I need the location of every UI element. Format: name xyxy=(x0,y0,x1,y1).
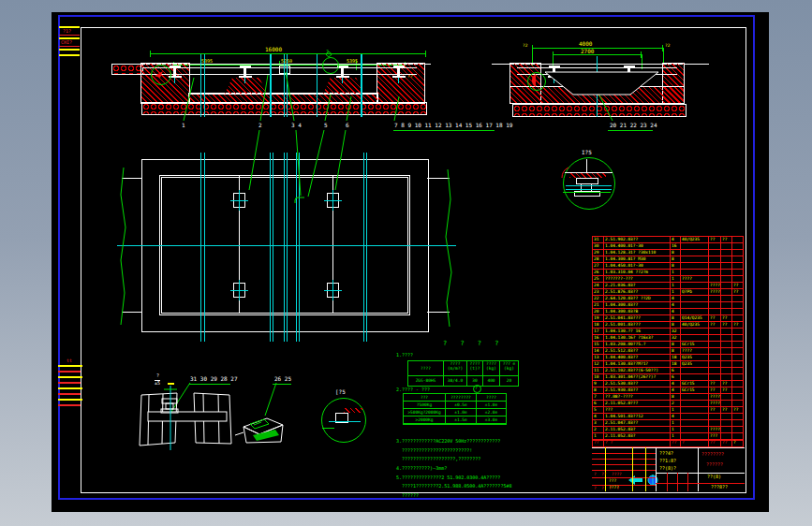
bom-unit-weight xyxy=(709,361,721,367)
stamp-bar xyxy=(59,46,80,47)
bom-code: 1.03.208.00??5.? xyxy=(604,342,671,347)
bom-total-weight xyxy=(721,394,732,400)
bom-code: 2.51.047.03?? xyxy=(604,420,671,426)
doc-number-line: ???4? xyxy=(659,451,673,456)
bom-unit-weight xyxy=(709,335,721,341)
bom-no: 22 xyxy=(593,296,604,301)
bom-material: Q235 xyxy=(681,361,709,367)
bom-code: 2.11.052.03? xyxy=(604,427,671,432)
bom-code: ??? xyxy=(604,407,671,413)
tol-cell: ?500Kg xyxy=(404,402,446,409)
table-row: 10 1.03.301.04??(26??)? 6 xyxy=(593,374,743,381)
title-block-line xyxy=(592,447,745,448)
table-row: 15 1.03.208.00??5.? 8 GCr15 xyxy=(593,342,743,348)
section-cut-line xyxy=(366,153,367,342)
bom-total-weight xyxy=(721,276,732,282)
detail-centerline xyxy=(566,189,612,190)
bom-code: 2.51.930.03?? xyxy=(604,387,671,393)
bom-remark xyxy=(732,315,743,321)
bom-unit-weight xyxy=(709,368,721,373)
drawing-sheet-canvas[interactable]: ?1? CHI? tt 16000 5395 5250 5395 ?? xyxy=(52,12,769,512)
bom-no: 6 xyxy=(593,401,604,406)
bom-material: GCr15 xyxy=(681,342,709,347)
bom-total-weight xyxy=(721,374,732,380)
bom-remark xyxy=(732,420,743,426)
section-cut-line xyxy=(363,153,364,342)
bom-material xyxy=(681,407,709,413)
bom-remark xyxy=(732,302,743,308)
table-row: 5 ??? 1 ?? ?? ?? xyxy=(593,407,743,414)
bom-code: 2.51.876.03?? xyxy=(604,289,671,295)
bom-material xyxy=(681,309,709,314)
bom-material xyxy=(681,250,709,256)
bom-code: 2.51.041.03??? xyxy=(604,315,671,321)
bom-total-weight xyxy=(721,361,732,367)
bom-remark xyxy=(732,263,743,269)
signature-text: ? ? ? ? xyxy=(594,487,619,491)
bom-material: 40/Q235 xyxy=(681,237,709,242)
cad-viewer-background: { "colors":{"bg_top":"#7f90a6","bg_botto… xyxy=(0,0,812,526)
bom-header-cell: ?? xyxy=(709,440,721,446)
bom-code: 1.04.300.81? M30 xyxy=(604,256,671,262)
bom-remark xyxy=(732,329,743,334)
bom-code: 2.51.512.03?? xyxy=(604,348,671,354)
bom-unit-weight xyxy=(709,302,721,308)
bom-total-weight xyxy=(721,368,732,373)
grid-line xyxy=(667,473,668,491)
bom-remark: ?? xyxy=(732,283,743,288)
bom-total-weight xyxy=(721,270,732,275)
bom-total-weight xyxy=(721,414,732,419)
bom-code: ???????-??? xyxy=(604,276,671,282)
bom-total-weight xyxy=(721,335,732,341)
bom-qty: 6 xyxy=(671,374,681,380)
bom-no: 5 xyxy=(593,407,604,413)
bom-unit-weight: ???? xyxy=(709,427,721,432)
signature-text: ? ?? ???? xyxy=(594,473,622,477)
bom-no: 10 xyxy=(593,374,604,380)
table-row: 2 2.11.052.03? 1 ???? xyxy=(593,427,743,433)
bom-qty: 4 xyxy=(671,309,681,314)
bom-total-weight xyxy=(721,401,732,406)
bom-header-cell: ?? xyxy=(721,440,732,446)
bom-qty: 8 xyxy=(671,322,681,328)
bom-unit-weight xyxy=(709,414,721,419)
dimension-text-overall: 16000 xyxy=(265,47,282,52)
bom-qty: 18 xyxy=(671,355,681,360)
detail-centerline xyxy=(329,421,361,422)
bom-unit-weight: ???? xyxy=(709,401,721,406)
signature-text: ??? xyxy=(609,479,616,484)
tol-cell: ±0.5e xyxy=(446,402,477,409)
bom-no: 23 xyxy=(593,289,604,295)
bom-qty: 4 xyxy=(671,414,681,419)
bom-unit-weight: ???? xyxy=(709,283,721,288)
section-cut-line xyxy=(299,153,300,342)
bom-no: 7 xyxy=(593,394,604,400)
deck-bottom-line xyxy=(142,74,417,75)
bom-unit-weight xyxy=(709,243,721,249)
doc-number-line: ??(8)? xyxy=(659,466,676,471)
bom-no: 8 xyxy=(593,387,604,393)
grid-line-yellow xyxy=(605,447,606,491)
bom-code: 1.04.300.03?B xyxy=(604,309,671,314)
load-cell xyxy=(239,66,252,78)
grid-line xyxy=(677,473,678,491)
spec-header-cell: ??? e (kg) xyxy=(500,361,518,376)
bom-header-cell: ? ? xyxy=(604,440,671,446)
bom-no: 17 xyxy=(593,329,604,334)
bom-code: 2.51.530.03?? xyxy=(604,381,671,387)
spec-header-line: (m/m?) xyxy=(444,366,466,371)
table-row: 29 1.04.128.31? ?30x110 8 xyxy=(593,250,743,256)
label-underline xyxy=(273,384,291,385)
bom-qty: 4 xyxy=(671,387,681,393)
bom-unit-weight: ???? xyxy=(709,289,721,295)
bom-total-weight xyxy=(721,289,732,295)
bom-unit-weight xyxy=(709,250,721,256)
bom-remark xyxy=(732,335,743,341)
bom-total-weight xyxy=(721,302,732,308)
notes-title: ? ? ? ? xyxy=(443,341,504,347)
bom-qty: 4 xyxy=(671,381,681,387)
section-cut-line xyxy=(273,153,273,342)
bom-material xyxy=(681,256,709,262)
section-cut-line xyxy=(287,153,288,342)
bom-material xyxy=(681,335,709,341)
